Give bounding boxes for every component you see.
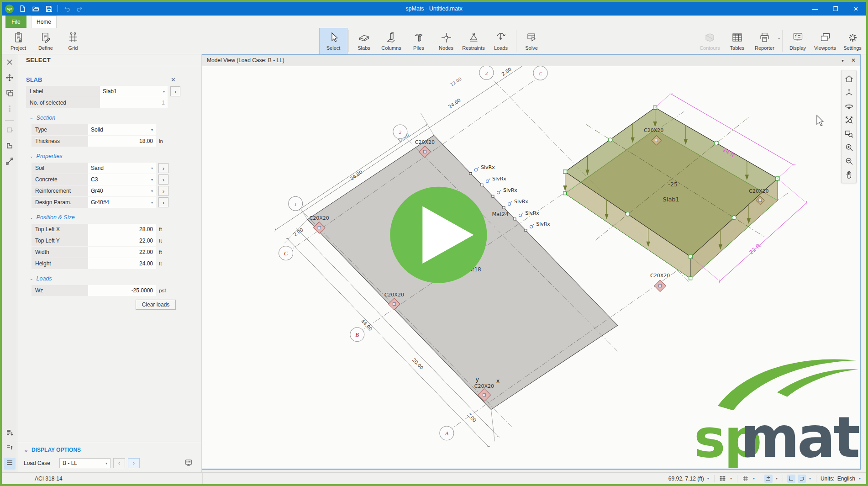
possize-group-header[interactable]: ⌄Position & Size bbox=[30, 214, 201, 221]
type-value: Solid bbox=[91, 127, 103, 133]
columns-button[interactable]: Columns bbox=[378, 28, 405, 54]
top-left-y-input[interactable]: 22.00 bbox=[88, 235, 156, 246]
model-canvas[interactable]: 24.00 2.00 24.00 2.00 12.00 12.00 44.00 … bbox=[202, 66, 860, 469]
video-play-button[interactable] bbox=[390, 187, 487, 283]
group-separator bbox=[782, 30, 783, 52]
svg-text:SlvRx: SlvRx bbox=[503, 187, 517, 193]
reporter-dropdown-chevron-icon[interactable]: ⌄ bbox=[777, 36, 781, 40]
loads-group-header[interactable]: ⌄Loads bbox=[30, 275, 201, 282]
load-case-value: B - LL bbox=[63, 460, 77, 466]
soil-combobox[interactable]: Sand bbox=[88, 163, 156, 174]
select-button[interactable]: Select bbox=[320, 28, 347, 54]
grid-bubble: 1 bbox=[289, 196, 303, 211]
minimize-button[interactable]: — bbox=[805, 2, 825, 16]
grid-button[interactable]: Grid bbox=[59, 28, 87, 54]
select-cursor-icon bbox=[327, 32, 340, 44]
properties-group-header[interactable]: ⌄Properties bbox=[30, 153, 201, 159]
collapse-chevron-icon: ⌄ bbox=[24, 447, 28, 453]
zoom-out-button[interactable] bbox=[842, 154, 856, 168]
tab-home[interactable]: Home bbox=[31, 16, 57, 28]
save-button[interactable] bbox=[44, 4, 53, 13]
previous-load-case-button[interactable]: ‹ bbox=[113, 458, 125, 468]
view-close-icon[interactable]: ✕ bbox=[851, 57, 856, 63]
zoom-extents-button[interactable] bbox=[842, 113, 856, 127]
home-icon bbox=[844, 74, 854, 84]
solve-button[interactable]: Solve bbox=[518, 28, 545, 54]
reinforcement-next-button[interactable] bbox=[158, 186, 168, 196]
svg-text:C20X20: C20X20 bbox=[474, 383, 494, 389]
reporter-button[interactable]: Reporter bbox=[751, 28, 778, 54]
ortho-angle-toggle[interactable]: ▾ bbox=[787, 475, 812, 483]
concrete-next-button[interactable] bbox=[158, 174, 168, 185]
design-param-next-button[interactable] bbox=[158, 197, 168, 207]
cursor-coordinates[interactable]: 69.92, 7.12 (ft) ▾ bbox=[668, 475, 710, 482]
duplicate-tool-button[interactable] bbox=[5, 89, 14, 99]
grid-dots-toggle[interactable]: ▾ bbox=[719, 475, 733, 483]
top-left-x-input[interactable]: 28.00 bbox=[88, 224, 156, 235]
display-icon bbox=[792, 32, 804, 44]
orbit-button[interactable] bbox=[842, 99, 856, 113]
label-combobox[interactable]: Slab1 bbox=[100, 86, 168, 97]
grid-bubble: C bbox=[279, 246, 293, 260]
zoom-out-icon bbox=[844, 156, 854, 166]
reinforcement-combobox[interactable]: Gr40 bbox=[88, 185, 156, 196]
piles-button[interactable]: Piles bbox=[405, 28, 432, 54]
region-tool-button[interactable] bbox=[5, 142, 14, 152]
pan-button[interactable] bbox=[842, 168, 856, 181]
soil-next-button[interactable] bbox=[158, 163, 168, 173]
slab-close-icon[interactable]: ✕ bbox=[171, 76, 176, 83]
zoom-in-button[interactable] bbox=[842, 140, 856, 154]
snap-toggle[interactable]: ▾ bbox=[764, 475, 779, 483]
display-options-header[interactable]: ⌄DISPLAY OPTIONS bbox=[24, 447, 195, 453]
height-input[interactable]: 24.00 bbox=[88, 258, 156, 269]
project-button[interactable]: Project bbox=[5, 28, 32, 54]
new-file-button[interactable] bbox=[18, 4, 27, 13]
axes-view-button[interactable] bbox=[842, 85, 856, 99]
sort-down-button[interactable] bbox=[5, 428, 14, 438]
redo-button[interactable] bbox=[75, 4, 84, 13]
reinforcement-caption: Reinforcement bbox=[32, 185, 88, 196]
open-file-button[interactable] bbox=[31, 4, 40, 13]
thickness-input[interactable]: 18.00 bbox=[88, 136, 156, 147]
section-group-header[interactable]: ⌄Section bbox=[30, 115, 201, 121]
move-tool-button[interactable] bbox=[5, 74, 14, 84]
measure-tool-button[interactable] bbox=[5, 157, 14, 167]
undo-button[interactable] bbox=[62, 4, 71, 13]
restraints-button[interactable]: Restraints bbox=[460, 28, 487, 54]
close-panel-button[interactable] bbox=[5, 58, 14, 68]
slabs-button[interactable]: Slabs bbox=[350, 28, 378, 54]
wz-value: -25.0000 bbox=[132, 287, 153, 294]
clear-loads-button[interactable]: Clear loads bbox=[136, 300, 176, 310]
design-param-combobox[interactable]: Gr40#4 bbox=[88, 197, 156, 208]
close-button[interactable]: ✕ bbox=[846, 2, 866, 16]
maximize-button[interactable]: ❐ bbox=[825, 2, 846, 16]
width-input[interactable]: 22.00 bbox=[88, 247, 156, 258]
display-options-button[interactable] bbox=[182, 458, 195, 469]
define-button[interactable]: Define bbox=[32, 28, 59, 54]
grid-lines-toggle[interactable]: ▾ bbox=[742, 475, 756, 483]
tables-button[interactable]: Tables bbox=[723, 28, 751, 54]
label-next-button[interactable] bbox=[170, 86, 180, 96]
svg-text:12.00: 12.00 bbox=[449, 76, 463, 87]
reporter-icon bbox=[758, 32, 771, 44]
tab-file[interactable]: File bbox=[5, 16, 26, 28]
wz-input[interactable]: -25.0000 bbox=[88, 285, 156, 296]
type-combobox[interactable]: Solid bbox=[88, 124, 156, 135]
sort-up-button[interactable] bbox=[5, 443, 14, 453]
display-button[interactable]: Display bbox=[784, 28, 811, 54]
menu-button[interactable] bbox=[4, 458, 16, 470]
nodes-button[interactable]: Nodes bbox=[432, 28, 460, 54]
zoom-window-button[interactable] bbox=[842, 127, 856, 140]
view-menu-chevron-icon[interactable]: ▾ bbox=[842, 58, 844, 63]
collapse-chevron-icon: ⌄ bbox=[30, 215, 33, 220]
next-load-case-button[interactable]: › bbox=[128, 458, 140, 468]
mouse-cursor bbox=[817, 116, 823, 126]
load-case-combobox[interactable]: B - LL bbox=[59, 458, 110, 468]
zoom-window-icon bbox=[844, 129, 854, 138]
units-selector[interactable]: Units: English ▾ bbox=[821, 475, 862, 482]
home-view-button[interactable] bbox=[842, 72, 856, 85]
viewports-button[interactable]: Viewports bbox=[811, 28, 839, 54]
loads-button[interactable]: Loads bbox=[487, 28, 515, 54]
concrete-combobox[interactable]: C3 bbox=[88, 174, 156, 185]
settings-button[interactable]: Settings bbox=[839, 28, 866, 54]
